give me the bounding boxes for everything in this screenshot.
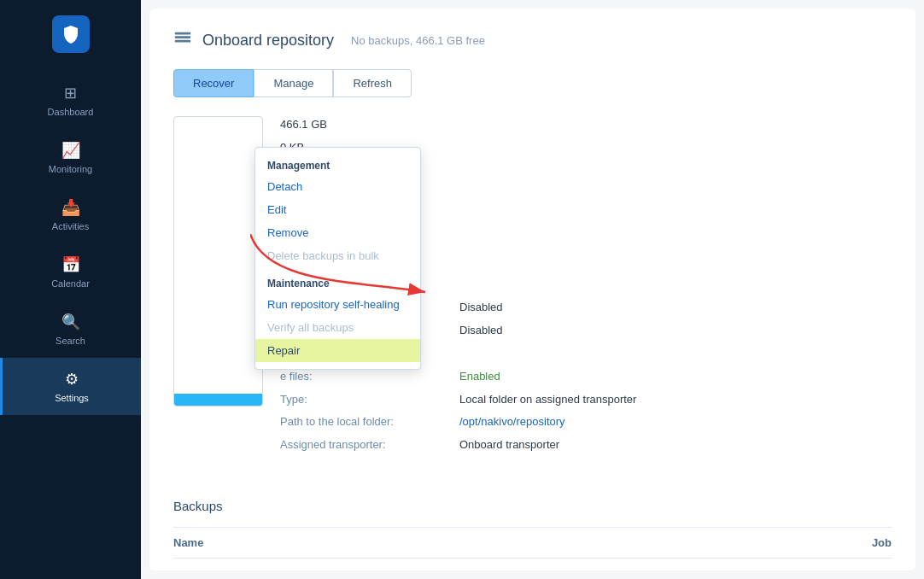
- settings-icon: ⚙: [65, 370, 79, 389]
- context-menu: Management Detach Edit Remove Delete bac…: [254, 147, 421, 370]
- sidebar-item-activities[interactable]: 📥 Activities: [0, 186, 141, 243]
- detail-label-files: e files:: [280, 368, 459, 386]
- sidebar-label-dashboard: Dashboard: [48, 107, 94, 117]
- menu-item-self-healing[interactable]: Run repository self-healing: [255, 293, 420, 316]
- detail-value-transporter: Onboard transporter: [459, 436, 559, 454]
- detail-label-path: Path to the local folder:: [280, 413, 459, 431]
- svg-rect-5: [175, 40, 190, 43]
- table-header: Name Job: [173, 527, 892, 559]
- sidebar-label-settings: Settings: [55, 393, 89, 403]
- page-title: Onboard repository: [202, 32, 334, 50]
- repo-card-body: [174, 117, 262, 394]
- page-header: Onboard repository No backups, 466.1 GB …: [173, 29, 892, 52]
- nav-menu: ⊞ Dashboard 📈 Monitoring 📥 Activities 📅 …: [0, 72, 141, 579]
- detail-row-size: 466.1 GB: [280, 116, 892, 134]
- toolbar: Recover Manage Refresh: [173, 69, 892, 97]
- sidebar-label-search: Search: [56, 336, 85, 346]
- page-subtitle: No backups, 466.1 GB free: [351, 34, 485, 47]
- detail-value-files: Enabled: [459, 368, 500, 386]
- recover-button[interactable]: Recover: [173, 69, 254, 97]
- repo-card-footer: [174, 394, 262, 406]
- sidebar-item-dashboard[interactable]: ⊞ Dashboard: [0, 72, 141, 129]
- menu-item-verify-backups: Verify all backups: [255, 316, 420, 339]
- menu-item-edit[interactable]: Edit: [255, 198, 420, 221]
- detail-label-type: Type:: [280, 391, 459, 409]
- dashboard-icon: ⊞: [64, 84, 77, 102]
- column-job: Job: [789, 536, 892, 549]
- manage-button[interactable]: Manage: [254, 69, 333, 97]
- app-logo: [52, 15, 90, 53]
- repository-icon: [173, 29, 192, 52]
- sidebar-item-monitoring[interactable]: 📈 Monitoring: [0, 129, 141, 186]
- monitoring-icon: 📈: [61, 141, 80, 160]
- svg-rect-1: [68, 34, 73, 36]
- repo-card: [173, 116, 263, 459]
- backups-title: Backups: [173, 499, 892, 513]
- menu-item-detach[interactable]: Detach: [255, 175, 420, 198]
- svg-rect-4: [175, 36, 190, 38]
- column-name: Name: [173, 536, 789, 549]
- detail-row-transporter: Assigned transporter: Onboard transporte…: [280, 436, 892, 454]
- logo-area: [0, 0, 141, 72]
- calendar-icon: 📅: [61, 255, 80, 274]
- sidebar-label-monitoring: Monitoring: [49, 164, 92, 174]
- sidebar-item-calendar[interactable]: 📅 Calendar: [0, 243, 141, 301]
- sidebar-label-calendar: Calendar: [51, 278, 90, 289]
- content-panel: Onboard repository No backups, 466.1 GB …: [149, 9, 915, 570]
- detail-label-transporter: Assigned transporter:: [280, 436, 459, 454]
- sidebar-item-search[interactable]: 🔍 Search: [0, 301, 141, 358]
- detail-value-on: Disabled: [459, 322, 503, 340]
- detail-value-size: 466.1 GB: [280, 116, 327, 134]
- menu-item-repair[interactable]: Repair: [255, 339, 420, 362]
- repo-card-inner: [173, 116, 263, 406]
- refresh-button[interactable]: Refresh: [333, 69, 412, 97]
- repo-section-wrapper: 466.1 GB 0 KB Disabled Fast Disabled: [173, 116, 892, 459]
- backups-section: Backups Name Job: [173, 485, 892, 559]
- sidebar: ⊞ Dashboard 📈 Monitoring 📥 Activities 📅 …: [0, 0, 141, 579]
- svg-rect-0: [68, 32, 73, 33]
- detail-value-sync: Disabled: [459, 299, 503, 317]
- management-section-title: Management: [255, 155, 420, 175]
- detail-value-path: /opt/nakivo/repository: [459, 413, 565, 431]
- svg-rect-3: [175, 32, 190, 35]
- menu-item-delete-backups: Delete backups in bulk: [255, 244, 420, 267]
- menu-item-remove[interactable]: Remove: [255, 221, 420, 244]
- main-content: Onboard repository No backups, 466.1 GB …: [141, 0, 924, 579]
- sidebar-item-settings[interactable]: ⚙ Settings: [0, 358, 141, 415]
- detail-row-files: e files: Enabled: [280, 368, 892, 386]
- maintenance-section-title: Maintenance: [255, 272, 420, 293]
- svg-rect-2: [68, 29, 73, 31]
- detail-row-path: Path to the local folder: /opt/nakivo/re…: [280, 413, 892, 431]
- detail-row-type: Type: Local folder on assigned transport…: [280, 391, 892, 409]
- search-icon: 🔍: [61, 313, 80, 331]
- activities-icon: 📥: [61, 198, 80, 217]
- sidebar-label-activities: Activities: [52, 221, 89, 231]
- detail-value-type: Local folder on assigned transporter: [459, 391, 636, 409]
